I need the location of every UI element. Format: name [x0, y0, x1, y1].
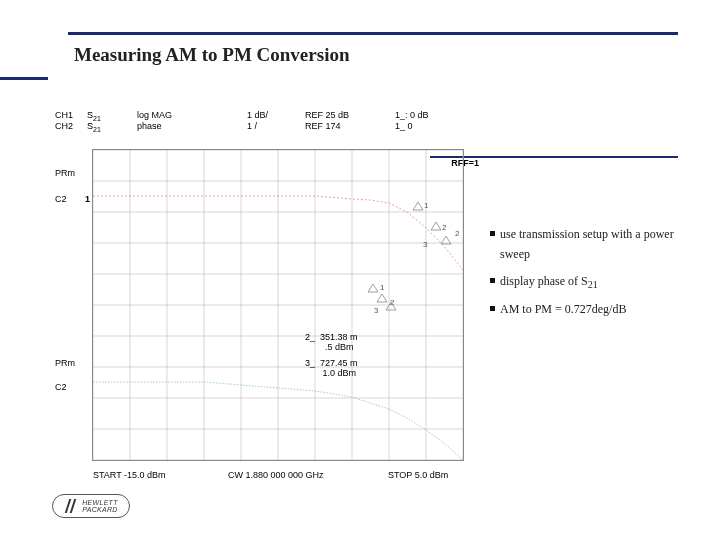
analyzer-screenshot: CH1 CH2 S21 S21 log MAG phase 1 dB/ 1 / …: [55, 110, 485, 505]
svg-text:3: 3: [423, 240, 428, 249]
ch1-format: log MAG: [137, 110, 172, 120]
marker-upper-1: 1: [413, 201, 429, 210]
ch2-label: CH2: [55, 121, 73, 131]
ch2-format: phase: [137, 121, 162, 131]
bullet-2-sub: 21: [588, 279, 598, 290]
marker-lower-1: 1: [368, 283, 385, 292]
ch2-param: S21: [87, 121, 101, 133]
svg-text:1: 1: [424, 201, 429, 210]
hp-logo: HEWLETT PACKARD: [52, 494, 130, 518]
marker-upper-2-alt: 2: [455, 229, 460, 238]
prm-upper: PRm: [55, 168, 75, 178]
ch1-label: CH1: [55, 110, 73, 120]
svg-text:1: 1: [380, 283, 385, 292]
start-label: START -15.0 dBm: [93, 470, 166, 480]
stub-rule: [0, 70, 48, 80]
cw-label: CW 1.880 000 000 GHz: [228, 470, 324, 480]
ch1-marker-hdr: 1_: 0 dB: [395, 110, 429, 120]
chart-footer: START -15.0 dBm CW 1.880 000 000 GHz STO…: [93, 470, 463, 486]
bullet-3: AM to PM = 0.727deg/dB: [490, 299, 690, 319]
bullet-1: use transmission setup with a power swee…: [490, 224, 690, 265]
ref-tick-1: 1: [85, 194, 90, 204]
ch2-scale: 1 /: [247, 121, 257, 131]
svg-text:3: 3: [374, 306, 379, 315]
marker2-readout: 2_ 351.38 m .5 dBm: [305, 332, 358, 352]
top-rule: [68, 32, 678, 35]
c2-lower: C2: [55, 382, 67, 392]
bullet-1-line2: sweep: [500, 247, 530, 261]
plot-area: 1 2 3 2 1 2 3: [93, 150, 463, 460]
ch2-marker-hdr: 1_ 0: [395, 121, 413, 131]
bullet-3-text: AM to PM = 0.727deg/dB: [500, 302, 626, 316]
ch1-scale: 1 dB/: [247, 110, 268, 120]
grid: [93, 150, 463, 460]
marker3-readout: 3_ 727.45 m 1.0 dBm: [305, 358, 358, 378]
svg-text:2: 2: [442, 223, 447, 232]
bullet-list: use transmission setup with a power swee…: [490, 224, 690, 326]
ch2-ref: REF 174: [305, 121, 341, 131]
ch1-ref: REF 25 dB: [305, 110, 349, 120]
bullet-1-line1: use transmission setup with a power: [500, 227, 674, 241]
stop-label: STOP 5.0 dBm: [388, 470, 448, 480]
hp-logo-text: HEWLETT PACKARD: [82, 499, 118, 513]
hp-logo-icon: [64, 499, 78, 513]
page-title: Measuring AM to PM Conversion: [74, 44, 349, 66]
c2-upper: C2: [55, 194, 67, 204]
prm-lower: PRm: [55, 358, 75, 368]
bullet-2-text: display phase of S: [500, 274, 588, 288]
bullet-2: display phase of S21: [490, 271, 690, 293]
chart-header: CH1 CH2 S21 S21 log MAG phase 1 dB/ 1 / …: [55, 110, 485, 138]
marker-upper-3: 3: [423, 236, 451, 249]
marker-upper-2: 2: [431, 222, 447, 232]
